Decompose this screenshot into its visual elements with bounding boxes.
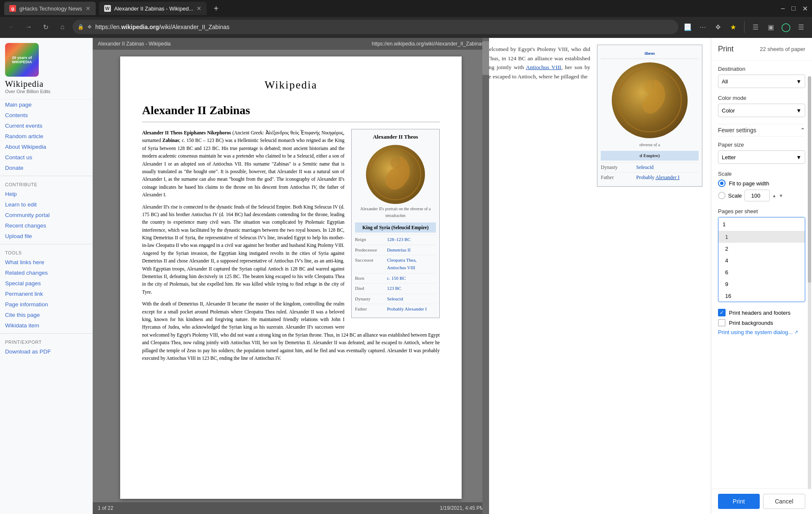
sidebar-item-what-links-here[interactable]: What links here: [0, 257, 92, 268]
print-coin-caption: Alexander II's portrait on the obverse o…: [355, 206, 436, 219]
sidebar-item-donate[interactable]: Donate: [0, 163, 92, 173]
pages-option-4[interactable]: 4: [718, 254, 805, 266]
panel-scrollbar[interactable]: [808, 76, 811, 489]
preview-scrollbar-thumb[interactable]: [482, 41, 489, 75]
pages-selected-value: 1: [723, 221, 726, 228]
maximize-button[interactable]: □: [791, 5, 796, 12]
cancel-button[interactable]: Cancel: [763, 494, 806, 509]
main-content: 20 years ofWIKIPEDIA Wikipedia Over One …: [0, 38, 812, 514]
paper-size-label: Paper size: [718, 142, 805, 148]
print-panel-header: Print 22 sheets of paper: [711, 38, 812, 61]
reader-view-icon[interactable]: 📃: [682, 21, 694, 33]
print-label-dynasty: Dynasty: [355, 295, 384, 303]
toolbar-actions: 📃 ⋯ ❖ ★: [682, 21, 739, 33]
bg-row-dynasty: Dynasty Seleucid: [601, 162, 699, 172]
preview-scrollbar[interactable]: [482, 38, 489, 514]
sidebar-item-page-information[interactable]: Page information: [0, 299, 92, 310]
sidebar-item-related-changes[interactable]: Related changes: [0, 268, 92, 278]
tab-close-wiki[interactable]: ✕: [196, 5, 202, 12]
sidebar-item-wikidata-item[interactable]: Wikidata item: [0, 320, 92, 331]
forward-button[interactable]: →: [22, 20, 35, 34]
menu-icon[interactable]: ☰: [795, 21, 807, 33]
sidebar-item-contact-us[interactable]: Contact us: [0, 152, 92, 163]
scale-radio[interactable]: [718, 192, 726, 199]
print-headers-checkbox[interactable]: ✓: [718, 309, 726, 316]
security-icon: 🔒: [78, 24, 84, 30]
tab-wiki[interactable]: W Alexander II Zabinas - Wikiped... ✕: [99, 2, 207, 15]
title-bar: g gHacks Technology News ✕ W Alexander I…: [0, 0, 812, 17]
pocket-icon[interactable]: ❖: [712, 21, 724, 33]
sidebar: 20 years ofWIKIPEDIA Wikipedia Over One …: [0, 38, 93, 514]
scrollbar-track: [808, 76, 811, 489]
scale-option[interactable]: Scale ▲ ▼: [718, 190, 805, 201]
fit-to-page-radio[interactable]: [718, 179, 726, 187]
destination-value: All: [722, 78, 728, 85]
close-button[interactable]: ✕: [802, 5, 808, 13]
sidebar-item-main-page[interactable]: Main page: [0, 99, 92, 110]
tab-close-ghacks[interactable]: ✕: [86, 5, 91, 12]
print-preview-scroller[interactable]: Wikipedia Alexander II Zabinas Alexander…: [93, 50, 489, 502]
fit-to-page-option[interactable]: Fit to page width: [718, 179, 805, 187]
print-label-predecessor: Predecessor: [355, 246, 384, 254]
scale-down-arrow[interactable]: ▼: [779, 193, 783, 198]
print-button[interactable]: Print: [718, 494, 760, 509]
pages-option-1[interactable]: 1: [718, 231, 805, 243]
destination-select[interactable]: All ▼: [718, 75, 805, 88]
pages-option-16[interactable]: 16: [718, 290, 805, 302]
sidebar-item-learn-to-edit[interactable]: Learn to edit: [0, 199, 92, 210]
new-tab-button[interactable]: +: [210, 3, 222, 14]
bookmark-star-icon[interactable]: ★: [727, 21, 739, 33]
collections-icon[interactable]: ☰: [750, 21, 761, 33]
pages-option-2[interactable]: 2: [718, 243, 805, 254]
system-dialog-link[interactable]: Print using the system dialog... ↗: [718, 329, 805, 335]
bg-link-antiochus[interactable]: Antiochus VIII: [526, 64, 561, 70]
minimize-button[interactable]: –: [781, 5, 785, 12]
sidebar-item-special-pages[interactable]: Special pages: [0, 278, 92, 289]
sidebar-item-community-portal[interactable]: Community portal: [0, 210, 92, 220]
address-bar[interactable]: 🔒 ❖ https://en.wikipedia.org/wiki/Alexan…: [73, 20, 678, 34]
print-wiki-wordmark-section: Wikipedia: [142, 77, 440, 93]
pages-per-sheet-label: Pages per sheet: [718, 208, 805, 214]
print-headers-row[interactable]: ✓ Print headers and footers: [718, 309, 805, 316]
reload-button[interactable]: ↻: [39, 20, 52, 34]
fewer-settings-toggle[interactable]: Fewer settings ⌃: [718, 124, 805, 137]
more-options-icon[interactable]: ⋯: [697, 21, 709, 33]
sidebar-item-random-article[interactable]: Random article: [0, 131, 92, 142]
tab-ghacks[interactable]: g gHacks Technology News ✕: [4, 2, 96, 15]
print-label-reign: Reign: [355, 236, 384, 244]
print-row-born: Born c. 150 BC: [355, 273, 436, 282]
pages-per-sheet-dropdown[interactable]: 1 1 2 4 6 9 16: [718, 217, 805, 302]
sidebar-item-contents[interactable]: Contents: [0, 110, 92, 120]
print-backgrounds-checkbox[interactable]: [718, 319, 726, 327]
paper-size-select[interactable]: Letter ▼: [718, 150, 805, 164]
back-button[interactable]: ←: [5, 20, 19, 34]
print-value-predecessor: Demetrius II: [387, 246, 411, 254]
sidebar-item-download-pdf[interactable]: Download as PDF: [0, 346, 92, 357]
bg-dynasty-value: Seleucid: [636, 163, 653, 171]
scale-input-field[interactable]: [745, 190, 770, 201]
bg-row-father: Father Probably Alexander I: [601, 172, 699, 182]
sidebar-item-current-events[interactable]: Current events: [0, 120, 92, 131]
paper-size-section: Paper size Letter ▼: [718, 142, 805, 164]
color-mode-select[interactable]: Color ▼: [718, 104, 805, 117]
sidebar-item-permanent-link[interactable]: Permanent link: [0, 289, 92, 299]
sidebar-item-about-wikipedia[interactable]: About Wikipedia: [0, 142, 92, 152]
home-button[interactable]: ⌂: [56, 20, 69, 34]
pages-dropdown-header[interactable]: 1: [718, 217, 805, 231]
scale-up-arrow[interactable]: ▲: [772, 193, 777, 198]
sidebar-item-upload-file[interactable]: Upload file: [0, 231, 92, 241]
sidebar-item-recent-changes[interactable]: Recent changes: [0, 220, 92, 231]
sidebar-brand: 20 years ofWIKIPEDIA Wikipedia Over One …: [0, 38, 92, 99]
reading-list-icon[interactable]: ▣: [765, 21, 777, 33]
print-intro-bold: Alexander II Theos Epiphanes Nikephoros: [142, 130, 231, 135]
print-export-header: Print/export: [0, 336, 92, 346]
pages-option-6[interactable]: 6: [718, 266, 805, 278]
print-preview-footer: 1 of 22 1/19/2021, 4:45 PM: [93, 502, 489, 514]
pages-option-9[interactable]: 9: [718, 278, 805, 290]
sidebar-item-help[interactable]: Help: [0, 189, 92, 199]
sidebar-item-cite-this-page[interactable]: Cite this page: [0, 310, 92, 320]
print-backgrounds-row[interactable]: Print backgrounds: [718, 319, 805, 327]
bg-infobox-caption: obverse of a: [601, 142, 699, 148]
print-value-successor: Cleopatra Thea,Antiochus VIII: [387, 257, 417, 271]
profile-icon[interactable]: ◯: [780, 21, 792, 33]
